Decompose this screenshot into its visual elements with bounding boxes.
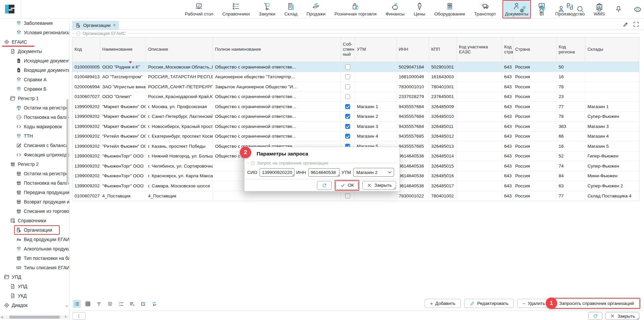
repeat-icon[interactable] xyxy=(150,300,158,308)
button-запросить[interactable]: Запросить справочник организаций xyxy=(554,299,639,308)
own-checkbox[interactable] xyxy=(345,64,350,70)
утм-select[interactable]: Магазин 2 xyxy=(353,168,394,177)
sidebar-item[interactable]: Передача продукции в тор xyxy=(0,188,69,197)
table-row[interactable]: 010060702740ООО "Олимп"Россия,,Краснодар… xyxy=(72,92,639,102)
sidebar-item[interactable]: Возврат продукции из торг xyxy=(0,197,69,207)
table-row[interactable]: 139900920217"Маркет Фьюжен" ОООг. Новоси… xyxy=(72,122,639,132)
module-transport[interactable]: Транспорт xyxy=(472,1,498,18)
column-header[interactable]: Код участника ЕАЭС xyxy=(457,37,502,62)
module-warehouse[interactable]: Склад xyxy=(282,1,300,18)
own-checkbox[interactable] xyxy=(345,134,350,139)
own-checkbox[interactable] xyxy=(345,104,350,109)
sidebar-item[interactable]: ТТН xyxy=(0,131,69,141)
eye-icon[interactable] xyxy=(633,5,642,14)
dialog-button-ок[interactable]: ОК xyxy=(336,181,358,190)
sidebar-item[interactable]: УПД xyxy=(0,272,69,282)
сио-input[interactable]: 139900920220 xyxy=(260,168,294,177)
open-external-icon[interactable] xyxy=(139,300,147,308)
column-header[interactable]: Код стра xyxy=(502,37,513,62)
scrollbar-thumb[interactable] xyxy=(9,316,60,319)
column-header[interactable]: Код региона xyxy=(557,37,586,62)
own-checkbox[interactable] xyxy=(345,94,350,99)
list-add-icon[interactable] xyxy=(128,300,136,308)
sidebar-item[interactable]: Справки Б xyxy=(0,84,69,94)
sidebar-item[interactable]: Фиксация штрихкодов на б xyxy=(0,150,69,159)
table-row[interactable]: 010048941324АО "Татспиртпром"РОССИЯ,,ТАТ… xyxy=(72,72,639,82)
button-добавить[interactable]: +Добавить xyxy=(425,299,461,308)
column-header[interactable]: Соб-ствен-ный xyxy=(341,37,355,62)
sidebar-vertical-scrollbar[interactable] xyxy=(66,99,68,185)
module-laptop[interactable]: Рабочий стол xyxy=(183,1,215,18)
own-checkbox[interactable] xyxy=(345,114,350,119)
sidebar-item[interactable]: Остатки на регистре 1 xyxy=(0,103,69,112)
sidebar-item[interactable]: Постановка на баланс xyxy=(0,112,69,122)
settings-gears-icon[interactable] xyxy=(519,5,527,14)
table-row[interactable]: 0100607027504_Поставщик4_Поставщик783000… xyxy=(72,191,639,201)
column-header[interactable]: ИНН xyxy=(397,37,429,62)
sidebar-item[interactable]: Постановка на баланс в тор xyxy=(0,178,69,188)
list-view-icon[interactable] xyxy=(73,300,81,308)
column-header[interactable]: Полное наименование xyxy=(213,37,341,62)
module-sales[interactable]: Продажи xyxy=(305,1,327,18)
sidebar-item[interactable]: Тип постановки на баланс xyxy=(0,254,69,263)
sidebar-item[interactable]: Регистр 1 xyxy=(0,94,69,103)
module-equipment[interactable]: Оборудование xyxy=(432,1,467,18)
table-row[interactable]: 020000699457ЗАО "Игристые вина"РОССИЯ,,С… xyxy=(72,82,639,92)
dialog-button-закрыть[interactable]: Закрыть xyxy=(362,181,396,190)
column-header[interactable]: УТМ xyxy=(355,37,397,62)
sidebar-item[interactable]: Документы xyxy=(0,47,69,56)
sidebar-item[interactable]: Списание из торгового зал xyxy=(0,207,69,216)
sidebar-item[interactable]: Организации xyxy=(0,225,69,235)
sidebar-item[interactable]: Типы списания ЕГАИС xyxy=(0,263,69,272)
collapse-icon[interactable] xyxy=(251,161,255,165)
sidebar-item[interactable]: Регистр 2 xyxy=(0,159,69,169)
maximize-icon[interactable] xyxy=(633,21,639,28)
column-header[interactable]: Склады xyxy=(585,37,639,62)
column-header[interactable]: Наименование xyxy=(100,37,146,62)
sidebar-item[interactable]: ЕГАИС xyxy=(0,37,69,47)
refresh-button[interactable] xyxy=(588,312,602,320)
sidebar-horizontal-scrollbar[interactable] xyxy=(0,315,69,319)
splitter-expand-icon[interactable] xyxy=(65,315,67,318)
column-header[interactable]: Страна xyxy=(513,37,557,62)
own-checkbox[interactable] xyxy=(345,193,350,198)
pin-icon[interactable] xyxy=(614,5,623,14)
tab-close-icon[interactable]: × xyxy=(113,23,116,28)
sidebar-item[interactable]: Диадок xyxy=(0,301,69,310)
scroll-left-icon[interactable] xyxy=(1,316,3,319)
column-header[interactable]: Описание xyxy=(146,37,213,62)
sidebar-item[interactable]: Алкогольная продукция xyxy=(0,244,69,254)
sidebar-item[interactable]: Справочники xyxy=(0,216,69,225)
edit-icon[interactable] xyxy=(623,21,629,28)
gear-icon[interactable] xyxy=(106,300,114,308)
own-checkbox[interactable] xyxy=(345,74,350,79)
column-header[interactable]: Код xyxy=(72,37,100,62)
dialog-refresh-button[interactable] xyxy=(317,181,332,190)
sidebar-item[interactable]: УКД xyxy=(0,291,69,301)
collapse-icon[interactable] xyxy=(76,31,80,36)
own-checkbox[interactable] xyxy=(345,84,350,89)
module-retail[interactable]: Розничная торговля xyxy=(332,1,378,18)
search-icon[interactable] xyxy=(576,5,585,14)
grid-view-icon[interactable] xyxy=(84,300,92,308)
инн-input[interactable]: 9614640538 xyxy=(308,168,340,177)
filter-icon[interactable] xyxy=(95,300,103,308)
sidebar-item[interactable]: Списания с баланса xyxy=(0,141,69,150)
sidebar-item[interactable]: AaВид продукции ЕГАИС xyxy=(0,235,69,244)
brightness-icon[interactable] xyxy=(595,5,604,14)
sidebar-item[interactable]: Справки А xyxy=(0,75,69,84)
table-row[interactable]: 139900920218"Ритейл Фьюжен" ОООг. Екатер… xyxy=(72,132,639,142)
splitter-collapse-icon[interactable] xyxy=(65,306,68,307)
tab-organizations[interactable]: Организации × xyxy=(72,21,119,30)
sidebar-item[interactable]: Заболевания xyxy=(0,18,69,28)
sidebar-item[interactable]: УПД xyxy=(0,282,69,291)
sidebar-item[interactable]: Коды маркировок xyxy=(0,122,69,131)
sidebar-item[interactable]: Исходящие документы xyxy=(0,56,69,65)
numbered-list-icon[interactable]: 12 xyxy=(117,300,125,308)
more-actions-button[interactable] xyxy=(72,312,86,320)
sidebar-item[interactable]: Условия регионализации xyxy=(0,28,69,37)
user-lock-icon[interactable] xyxy=(557,5,566,14)
close-view-button[interactable]: Закрыть xyxy=(605,312,639,320)
module-catalog[interactable]: Справочники xyxy=(220,1,252,18)
table-row[interactable]: 139900920215"Маркет Фьюжен" ОООг. Москва… xyxy=(72,102,639,112)
